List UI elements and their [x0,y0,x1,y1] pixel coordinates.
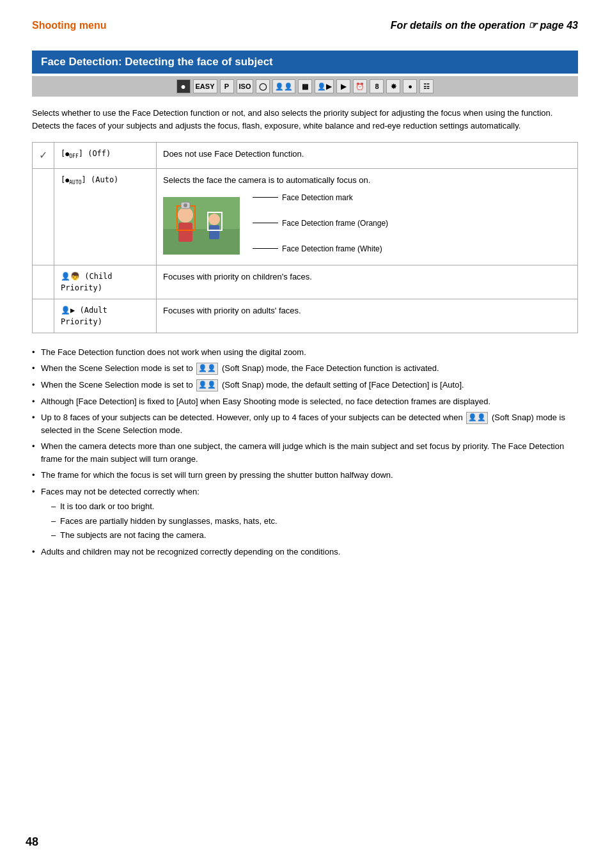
timer-icon: ⏰ [353,79,367,93]
soft-snap-inline-icon3: 👤👤 [466,412,488,424]
table-row: 👤👦 (Child Priority) Focuses with priorit… [33,265,578,299]
hdr-icon: ● [403,79,417,93]
notes-list: The Face Detection function does not wor… [32,346,578,558]
list-item: Although [Face Detection] is fixed to [A… [32,395,578,408]
list-item: It is too dark or too bright. [51,500,578,513]
soft-snap-inline-icon2: 👤👤 [196,379,218,391]
table-row: ✓ [●OFF] (Off) Does not use Face Detecti… [33,143,578,169]
feature-description: Selects whether to use the Face Detectio… [32,107,578,132]
svg-point-9 [184,203,187,207]
table-row: [●AUTO] (Auto) Selects the face the came… [33,169,578,265]
list-item: The frame for which the focus is set wil… [32,469,578,482]
easy-mode-icon: EASY [193,79,217,93]
check-cell [33,299,54,333]
description-cell: Focuses with priority on adults' faces. [157,299,578,333]
icon-cell: 👤▶ (Adult Priority) [54,299,157,333]
page-header: Shooting menu For details on the operati… [32,19,578,31]
svg-point-2 [178,207,193,223]
portrait-icon: 👤▶ [315,79,334,93]
list-item: Up to 8 faces of your subjects can be de… [32,411,578,436]
landscape-icon: ▩ [298,79,312,93]
list-item: When the camera detects more than one su… [32,440,578,465]
list-item: Adults and children may not be recognize… [32,546,578,558]
icon-cell: 👤👦 (Child Priority) [54,265,157,299]
iso-mode-icon: ISO [237,79,254,93]
svg-rect-3 [178,223,192,242]
icon-cell: [●OFF] (Off) [54,143,157,169]
video-icon: ▶ [336,79,350,93]
special-icon: ✸ [386,79,400,93]
icon-cell: [●AUTO] (Auto) [54,169,157,265]
svg-rect-5 [209,225,219,239]
face-demo-image [163,197,240,255]
face-annotations: Face Detection mark Face Detection frame… [253,192,388,255]
description-cell: Focuses with priority on children's face… [157,265,578,299]
camera-mode-icon: ● [176,79,191,93]
check-cell [33,169,54,265]
soft-snap-icon: 👤👤 [272,79,295,93]
soft-snap-inline-icon: 👤👤 [196,363,218,375]
auto-demo: Face Detection mark Face Detection frame… [163,192,571,260]
check-cell [33,265,54,299]
burst-icon: 8 [370,79,384,93]
page-number: 48 [26,835,38,849]
camera-mode-bar: ● EASY P ISO ◯ 👤👤 ▩ 👤▶ ▶ ⏰ 8 ✸ ● ☷ [32,76,578,97]
svg-point-4 [208,214,220,225]
options-table: ✓ [●OFF] (Off) Does not use Face Detecti… [32,142,578,333]
sub-notes-list: It is too dark or too bright. Faces are … [51,500,578,542]
scene-mode-icon: ◯ [256,79,270,93]
grid-icon: ☷ [419,79,434,93]
list-item: When the Scene Selection mode is set to … [32,379,578,391]
svg-rect-1 [163,229,240,255]
list-item: When the Scene Selection mode is set to … [32,362,578,375]
page-reference: For details on the operation ☞ page 43 [391,19,578,31]
list-item: The Face Detection function does not wor… [32,346,578,359]
description-cell: Does not use Face Detection function. [157,143,578,169]
face-demo-svg [163,197,240,255]
check-cell: ✓ [33,143,54,169]
table-row: 👤▶ (Adult Priority) Focuses with priorit… [33,299,578,333]
p-mode-icon: P [220,79,234,93]
list-item: Faces are partially hidden by sunglasses… [51,515,578,528]
feature-title: Face Detection: Detecting the face of su… [32,51,578,74]
list-item: The subjects are not facing the camera. [51,529,578,542]
description-cell: Selects the face the camera is to automa… [157,169,578,265]
list-item: Faces may not be detected correctly when… [32,485,578,542]
section-title: Shooting menu [32,20,106,31]
